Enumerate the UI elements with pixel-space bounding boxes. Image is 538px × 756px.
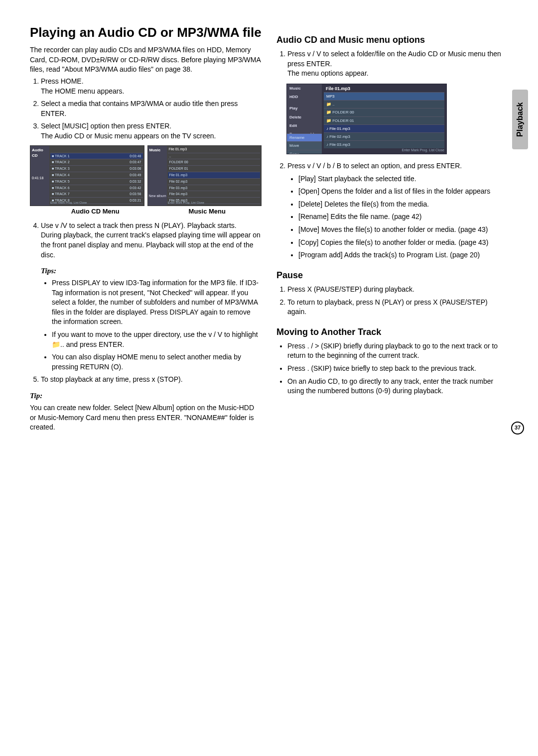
mo-step-1b: The menu options appear. [287,69,369,77]
menu-side-item: Edit [287,121,322,130]
menu-options-heading: Audio CD and Music menu options [276,34,508,46]
opt-play: [Play] Start playback the selected title… [298,174,508,184]
music-menu-screenshot: Music New album File 01.mp3 ..FOLDER 00F… [147,145,262,206]
menu-row: ♪ File 03.mp3 [324,140,444,148]
pause-heading: Pause [276,269,508,282]
acd-track-row: ■ TRACK 70:03:58 [50,191,143,197]
mus-row: .. [168,153,261,159]
acd-track-row: ■ TRACK 10:03:48 [50,153,143,159]
mo-step-2: Press v / V / b / B to select an option,… [287,161,508,171]
page-number: 37 [511,422,524,434]
mus-header: Music [149,147,161,153]
step-4-a: Use v /V to select a track then press N … [41,221,237,229]
move-item-2: Press . (SKIP) twice briefly to step bac… [287,364,508,374]
step-4-b: During playback, the current track's ela… [41,231,261,258]
pause-step-1: Press X (PAUSE/STEP) during playback. [287,285,508,295]
acd-track-row: ■ TRACK 30:03:08 [50,165,143,172]
step-3: Select [MUSIC] option then press ENTER. … [41,121,262,141]
side-tab-playback: Playback [512,90,528,149]
acd-track-row: ■ TRACK 60:03:42 [50,185,143,191]
popup-item: Copy [287,150,322,154]
mus-new-album: New album [149,194,166,199]
ms-footer: Enter Mark Prog. List Close [324,148,444,153]
opt-delete: [Delete] Deletes the file(s) from the me… [298,200,508,210]
acd-header: Audio CD [32,147,49,158]
menu-row: 📁 FOLDER 01 [324,116,444,124]
acd-timer: 0:41:18 [32,176,43,181]
move-item-1: Press . / > (SKIP) briefly during playba… [287,341,508,361]
move-item-3: On an Audio CD, to go directly to any tr… [287,377,508,396]
main-title: Playing an Audio CD or MP3/WMA file [30,25,262,40]
tip-text: You can create new folder. Select [New A… [30,403,262,432]
mus-row: FOLDER 00 [168,159,261,165]
step-1-a: Press HOME. [41,77,84,85]
step-2: Select a media that contains MP3/WMA or … [41,99,262,118]
step-5: To stop playback at any time, press x (S… [41,375,262,385]
acd-track-row: ■ TRACK 50:03:32 [50,178,143,185]
tip-item-1: Press DISPLAY to view ID3-Tag informatio… [52,278,262,327]
step-1-b: The HOME menu appears. [41,87,124,95]
side-tab-label: Playback [515,102,526,136]
intro-text: The recorder can play audio CDs and MP3/… [30,45,262,75]
mus-footer: Enter Mark Prog. List Close [168,201,261,205]
popup-item: Move [287,141,322,149]
opt-copy: [Copy] Copies the file(s) to another fol… [298,238,508,248]
audio-cd-menu-label: Audio CD Menu [41,207,150,216]
pause-step-2: To return to playback, press N (PLAY) or… [287,298,508,317]
acd-track-row: ■ TRACK 20:03:47 [50,159,143,165]
opt-rename: [Rename] Edits the file name. (page 42) [298,212,508,222]
tips-heading: Tips: [41,266,262,276]
menu-row: 📁 FOLDER 00 [324,108,444,116]
step-1: Press HOME. The HOME menu appears. [41,77,262,96]
menu-row: 📁 .. [324,100,444,108]
mus-row: File 03.mp3 [168,185,261,191]
menu-side-item: Play [287,104,322,112]
menu-options-screenshot: MusicHDDPlayDeleteEditProgram add File 0… [286,84,447,154]
tip-item-2: If you want to move to the upper directo… [52,330,262,349]
menu-side-item: Delete [287,113,322,121]
music-menu-label: Music Menu [153,207,262,216]
menu-row: ♪ File 01.mp3 [324,124,444,132]
step-3-a: Select [MUSIC] option then press ENTER. [41,122,171,130]
mus-row: FOLDER 01 [168,165,261,172]
tip-item-3: You can also display HOME menu to select… [52,352,262,372]
mo-step-1a: Press v / V to select a folder/file on t… [287,50,501,68]
opt-move: [Move] Moves the file(s) to another fold… [298,225,508,235]
opt-program-add: [Program add] Adds the track(s) to Progr… [298,250,508,260]
tip-heading: Tip: [30,391,262,401]
mus-row: File 02.mp3 [168,178,261,185]
step-4: Use v /V to select a track then press N … [41,221,262,260]
step-3-b: The Audio CD or Music menu appears on th… [41,132,216,140]
acd-track-row: ■ TRACK 40:03:49 [50,172,143,178]
ms-title: File 01.mp3 [326,86,350,92]
acd-footer: Enter Mark Prog. List Close [50,201,143,205]
mo-step-1: Press v / V to select a folder/file on t… [287,49,508,79]
mus-title: File 01.mp3 [169,147,187,152]
opt-open: [Open] Opens the folder and a list of fi… [298,187,508,197]
mus-row: File 04.mp3 [168,191,261,197]
menu-side-item: Music [287,84,322,93]
audio-cd-menu-screenshot: Audio CD 0:41:18 ■ TRACK 10:03:48■ TRACK… [30,145,144,206]
mus-row: File 01.mp3 [168,172,261,178]
menu-row: ♪ File 02.mp3 [324,132,444,140]
popup-item: Rename [287,133,322,141]
move-track-heading: Moving to Another Track [276,326,508,338]
menu-side-item: HDD [287,93,322,101]
